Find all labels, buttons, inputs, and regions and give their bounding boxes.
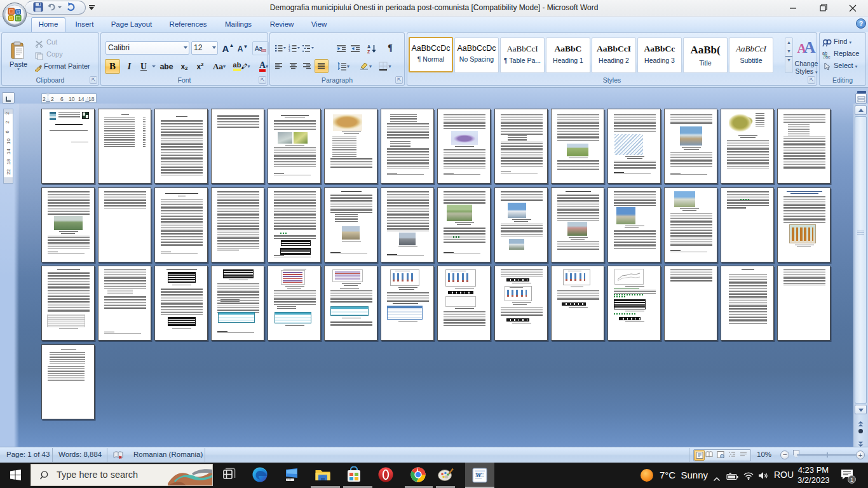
svg-text:W: W [475, 471, 482, 478]
svg-text:ac: ac [825, 55, 831, 58]
svg-text:Z: Z [367, 49, 370, 53]
svg-text:A: A [367, 44, 370, 48]
svg-text:3: 3 [288, 50, 290, 53]
